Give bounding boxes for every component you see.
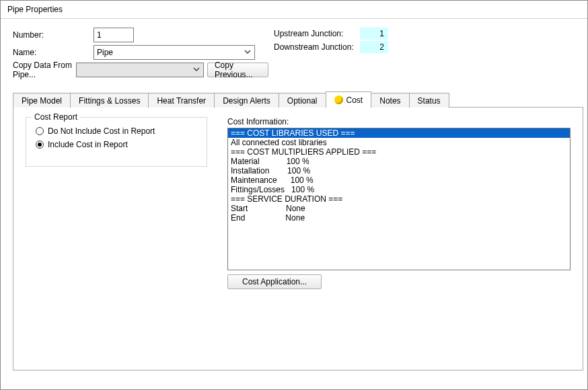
number-input[interactable] — [94, 28, 134, 42]
cost-info-listbox[interactable]: === COST LIBRARIES USED === All connecte… — [227, 128, 571, 270]
radio-include-label: Include Cost in Report — [48, 140, 128, 149]
cost-info-line[interactable]: Start None — [228, 204, 570, 213]
cost-info-line[interactable]: All connected cost libraries — [228, 138, 570, 147]
copy-label: Copy Data From Pipe... — [13, 61, 76, 79]
header-form: Number: Name: Pipe Copy Data From Pipe..… — [13, 27, 583, 79]
junction-display: Upstream Junction: 1 Downstream Junction… — [274, 27, 388, 79]
tab-design-alerts[interactable]: Design Alerts — [214, 93, 279, 108]
cost-info-line[interactable]: Installation 100 % — [228, 166, 570, 176]
radio-exclude-row[interactable]: Do Not Include Cost in Report — [36, 124, 197, 138]
cost-report-group: Cost Report Do Not Include Cost in Repor… — [26, 117, 207, 167]
cost-application-button[interactable]: Cost Application... — [227, 274, 322, 289]
cost-info-label: Cost Information: — [227, 117, 571, 126]
cost-icon — [334, 95, 343, 104]
cost-report-legend: Cost Report — [32, 112, 80, 122]
titlebar: Pipe Properties — [1, 1, 587, 19]
chevron-down-icon — [191, 65, 202, 75]
tab-fittings-losses[interactable]: Fittings & Losses — [70, 93, 149, 108]
tab-notes[interactable]: Notes — [371, 93, 409, 108]
tab-heat-transfer[interactable]: Heat Transfer — [148, 93, 215, 108]
copy-previous-label: Copy Previous... — [215, 61, 261, 79]
cost-info-col: Cost Information: === COST LIBRARIES USE… — [227, 117, 571, 360]
upstream-value: 1 — [360, 28, 388, 40]
name-combobox[interactable]: Pipe — [94, 45, 255, 60]
radio-include-row[interactable]: Include Cost in Report — [36, 138, 197, 151]
copy-previous-button[interactable]: Copy Previous... — [207, 63, 268, 77]
tab-strip: Pipe Model Fittings & Losses Heat Transf… — [13, 91, 583, 108]
radio-exclude-label: Do Not Include Cost in Report — [48, 126, 155, 136]
copy-from-combobox[interactable] — [76, 63, 204, 77]
tab-status[interactable]: Status — [409, 93, 449, 108]
name-label: Name: — [13, 48, 94, 57]
tab-pipe-model[interactable]: Pipe Model — [13, 93, 71, 108]
tab-body-cost: Cost Report Do Not Include Cost in Repor… — [13, 107, 583, 370]
cost-info-line[interactable]: End None — [228, 213, 570, 223]
cost-info-line[interactable]: === SERVICE DURATION === — [228, 194, 570, 204]
upstream-label: Upstream Junction: — [274, 29, 360, 38]
downstream-value: 2 — [360, 41, 388, 53]
tab-cost[interactable]: Cost — [326, 91, 372, 108]
tab-optional[interactable]: Optional — [279, 93, 326, 108]
radio-exclude[interactable] — [36, 127, 44, 135]
cost-info-line[interactable]: === COST MULTIPLIERS APPLIED === — [228, 147, 570, 157]
number-label: Number: — [13, 30, 94, 40]
cost-info-line[interactable]: === COST LIBRARIES USED === — [228, 128, 570, 138]
tab-container: Pipe Model Fittings & Losses Heat Transf… — [13, 91, 583, 370]
main-panel: Number: Name: Pipe Copy Data From Pipe..… — [13, 27, 583, 370]
name-value: Pipe — [97, 48, 113, 57]
cost-info-line[interactable]: Fittings/Losses 100 % — [228, 185, 570, 194]
downstream-label: Downstream Junction: — [274, 42, 360, 52]
content-area: Number: Name: Pipe Copy Data From Pipe..… — [1, 19, 587, 377]
cost-application-label: Cost Application... — [242, 277, 307, 286]
window-title: Pipe Properties — [7, 5, 63, 14]
cost-info-line[interactable]: Material 100 % — [228, 157, 570, 166]
chevron-down-icon — [242, 48, 253, 57]
cost-info-line[interactable]: Maintenance 100 % — [228, 176, 570, 185]
radio-include[interactable] — [36, 141, 44, 149]
